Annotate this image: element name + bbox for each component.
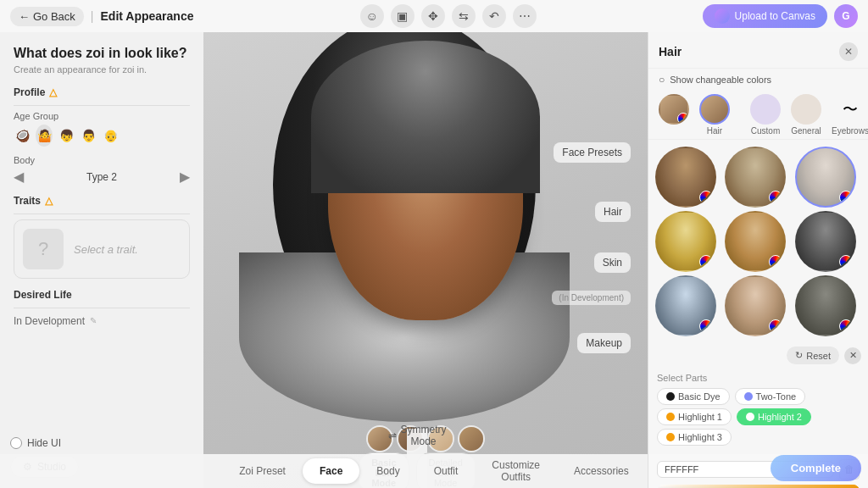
hair-cat-col-hair: Hair [699, 94, 730, 136]
body-label: Body [14, 155, 190, 165]
body-type-value: Type 2 [31, 171, 173, 183]
select-parts-title: Select Parts [657, 373, 860, 383]
tab-zoi-preset[interactable]: Zoi Preset [222, 458, 303, 484]
upload-to-canvas-button[interactable]: Upload to Canvas [703, 4, 827, 28]
hair-cat-hair-btn[interactable] [699, 94, 730, 125]
undo-icon-btn[interactable]: ↶ [482, 4, 506, 28]
part-highlight-3[interactable]: Highlight 3 [657, 429, 732, 446]
age-elder-icon[interactable]: 👴 [102, 125, 119, 147]
hair-item-8[interactable] [725, 275, 786, 336]
highlight-3-dot [666, 433, 675, 441]
body-prev-button[interactable]: ◀ [14, 169, 24, 185]
back-arrow-icon: ← [19, 10, 30, 23]
close-panel-button[interactable]: ✕ [839, 42, 858, 61]
hair-item-3[interactable] [795, 147, 856, 208]
hair-item-9[interactable] [795, 275, 856, 336]
face-presets-label[interactable]: Face Presets [554, 142, 631, 163]
hair-item-4[interactable] [655, 211, 716, 272]
age-child-icon[interactable]: 🤷 [36, 125, 53, 147]
hair-item-1[interactable] [655, 147, 716, 208]
show-colors-radio[interactable]: ○ [659, 74, 665, 86]
rainbow-badge-3 [839, 191, 853, 204]
tab-face[interactable]: Face [303, 458, 359, 484]
reset-icon: ↻ [795, 350, 803, 361]
person-icon-btn[interactable]: ☺ [360, 4, 384, 28]
symmetry-mode-button[interactable]: ⇌ Symmetry Mode [388, 424, 447, 447]
basic-dye-label: Basic Dye [678, 391, 721, 402]
age-adult-icon[interactable]: 👨 [80, 125, 97, 147]
hair-cat-custom-btn[interactable] [750, 94, 781, 125]
top-icons: ☺ ▣ ✥ ⇆ ↶ ⋯ [360, 4, 537, 28]
dismiss-button[interactable]: ✕ [844, 347, 861, 364]
trait-placeholder-icon: ? [23, 229, 64, 269]
show-colors-label: Show changeable colors [670, 75, 771, 85]
complete-btn-wrap: Complete [771, 455, 861, 481]
tab-outfit[interactable]: Outfit [417, 458, 476, 484]
highlight-1-label: Highlight 1 [678, 412, 722, 422]
select-parts-section: Select Parts Basic Dye Two-Tone Highligh… [648, 368, 868, 454]
hide-ui-row[interactable]: Hide UI [10, 437, 79, 449]
desired-life-section-title: Desired Life [14, 289, 190, 301]
desired-life-edit-icon[interactable]: ✎ [90, 316, 97, 325]
hide-ui-label: Hide UI [27, 437, 61, 449]
trait-select-label: Select a trait. [74, 243, 138, 256]
hair-item-6[interactable] [795, 211, 856, 272]
more-icon-btn[interactable]: ⋯ [513, 4, 537, 28]
top-bar: ← Go Back | Edit Appearance ☺ ▣ ✥ ⇆ ↶ ⋯ … [0, 0, 868, 32]
hair-item-5[interactable] [725, 211, 786, 272]
right-panel-header: Hair ✕ [648, 32, 868, 69]
character-subtitle: Create an appearance for zoi in. [14, 64, 190, 75]
trait-box[interactable]: ? Select a trait. [14, 219, 190, 279]
traits-section-title: Traits △ [14, 195, 190, 207]
reset-label: Reset [806, 351, 831, 361]
complete-button[interactable]: Complete [771, 455, 861, 481]
divider-2 [14, 214, 190, 214]
desired-life-row: In Development ✎ [14, 313, 190, 327]
hide-ui-radio[interactable] [10, 437, 22, 449]
top-divider: | [91, 9, 94, 23]
makeup-floating-label[interactable]: Makeup [577, 333, 631, 353]
part-two-tone[interactable]: Two-Tone [735, 388, 806, 405]
skin-floating-label[interactable]: Skin [594, 252, 631, 273]
camera-icon-btn[interactable]: ▣ [391, 4, 415, 28]
hair-cat-general-btn[interactable] [791, 94, 821, 125]
color-gradient-picker[interactable] [657, 485, 860, 488]
rainbow-badge-1 [699, 191, 713, 204]
left-panel: What does zoi in look like? Create an ap… [0, 32, 203, 488]
age-teen-icon[interactable]: 👦 [58, 125, 75, 147]
flip-icon-btn[interactable]: ⇆ [452, 4, 476, 28]
upload-icon [715, 8, 730, 24]
hair-grid [648, 140, 868, 343]
color-gradient-dark [657, 485, 860, 488]
profile-warn-icon: △ [49, 86, 57, 98]
eyebrows-label: Eyebrows [832, 126, 868, 136]
hair-item-7[interactable] [655, 275, 716, 336]
hair-item-2[interactable] [725, 147, 786, 208]
symmetry-label: Symmetry Mode [401, 424, 447, 447]
back-button[interactable]: ← Go Back [10, 7, 84, 26]
reset-button[interactable]: ↻ Reset [787, 347, 839, 364]
two-tone-label: Two-Tone [756, 391, 797, 402]
hair-avatar-selector[interactable] [659, 94, 689, 125]
body-row: ◀ Type 2 ▶ [14, 169, 190, 185]
rainbow-badge-8 [769, 319, 782, 333]
back-label: Go Back [33, 10, 75, 23]
body-next-button[interactable]: ▶ [180, 169, 190, 185]
main-area: Face Presets Hair Skin (In Development) … [203, 32, 648, 488]
tab-body[interactable]: Body [359, 458, 416, 484]
expand-icon-btn[interactable]: ✥ [421, 4, 445, 28]
hair-floating-label[interactable]: Hair [595, 202, 631, 222]
page-title: Edit Appearance [101, 9, 194, 23]
divider-1 [14, 105, 190, 106]
hair-cat-col-eyebrows: 〜 Eyebrows [832, 94, 868, 136]
part-basic-dye[interactable]: Basic Dye [657, 388, 730, 405]
part-highlight-2[interactable]: Highlight 2 [737, 408, 811, 425]
part-highlight-1[interactable]: Highlight 1 [657, 408, 732, 425]
age-baby-icon[interactable]: 🥥 [14, 125, 31, 147]
tab-accessories[interactable]: Accessories [557, 458, 646, 484]
basic-dye-dot [666, 392, 675, 401]
eyebrows-icon[interactable]: 〜 [835, 94, 865, 125]
hair-cat-hair-label: Hair [707, 126, 722, 136]
tab-customize-outfits[interactable]: CustomizeOutfits [475, 452, 557, 488]
face-thumb-4[interactable] [458, 425, 485, 452]
